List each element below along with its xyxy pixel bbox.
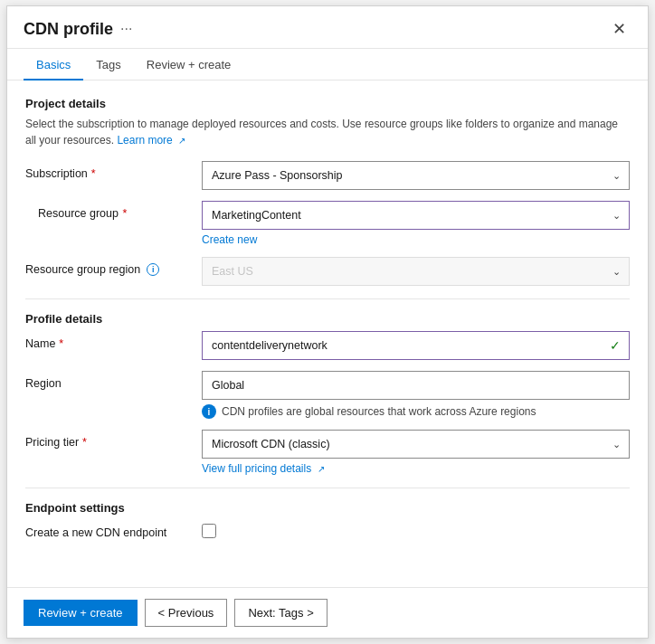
name-required: * [59,337,63,350]
project-details-desc: Select the subscription to manage deploy… [25,116,630,148]
view-pricing-link[interactable]: View full pricing details ↗ [202,462,630,475]
name-label: Name * [25,331,202,350]
tab-bar: Basics Tags Review + create [7,49,648,80]
pricing-tier-select[interactable]: Microsoft CDN (classic) [202,430,630,459]
create-endpoint-row: Create a new CDN endpoint [25,520,630,539]
tab-tags[interactable]: Tags [83,49,133,80]
tab-basics[interactable]: Basics [24,49,83,80]
resource-group-row: Resource group * MarketingContent ⌄ Crea… [25,201,630,246]
learn-more-ext-icon: ↗ [178,134,185,147]
pricing-tier-label: Pricing tier * [25,430,202,449]
section-divider-2 [25,488,630,488]
resource-group-region-select[interactable]: East US [202,257,630,286]
name-row: Name * ✓ [25,331,630,360]
subscription-row: Subscription * Azure Pass - Sponsorship … [25,161,630,190]
cdn-info-icon: i [202,404,216,419]
resource-group-region-control: East US ⌄ [202,257,630,286]
resource-group-region-row: Resource group region i East US ⌄ [25,257,630,286]
dialog-header: CDN profile ··· ✕ [7,6,648,49]
pricing-tier-required: * [82,436,87,449]
name-input[interactable] [202,331,630,360]
resource-group-select[interactable]: MarketingContent [202,201,630,230]
close-button[interactable]: ✕ [607,19,631,39]
dialog-ellipsis[interactable]: ··· [120,21,132,37]
project-details-title: Project details [25,97,630,110]
pricing-tier-row: Pricing tier * Microsoft CDN (classic) ⌄… [25,430,630,475]
subscription-required: * [91,167,96,180]
subscription-control: Azure Pass - Sponsorship ⌄ [202,161,630,190]
form-content: Project details Select the subscription … [7,80,648,587]
review-create-button[interactable]: Review + create [24,600,138,626]
cdn-info-row: i CDN profiles are global resources that… [202,404,630,419]
profile-details-title: Profile details [25,312,630,326]
cdn-profile-dialog: CDN profile ··· ✕ Basics Tags Review + c… [6,5,649,639]
tab-review-create[interactable]: Review + create [134,49,244,80]
resource-group-label: Resource group * [25,201,202,220]
resource-group-select-wrap: MarketingContent ⌄ [202,201,630,230]
region-input[interactable] [202,371,630,400]
resource-group-required: * [122,207,127,220]
name-control: ✓ [202,331,630,360]
next-button[interactable]: Next: Tags > [234,599,327,627]
region-select-wrap: East US ⌄ [202,257,630,286]
region-input-control: i CDN profiles are global resources that… [202,371,630,419]
section-divider-1 [25,298,630,299]
endpoint-settings-title: Endpoint settings [25,501,630,515]
previous-button[interactable]: < Previous [145,599,228,627]
resource-group-region-label: Resource group region i [25,257,202,276]
create-new-link[interactable]: Create new [202,233,630,246]
pricing-tier-control: Microsoft CDN (classic) ⌄ View full pric… [202,430,630,475]
region-info-icon[interactable]: i [147,263,159,276]
region-label: Region [25,371,202,390]
create-endpoint-checkbox[interactable] [202,524,216,538]
dialog-title: CDN profile [24,20,113,39]
create-endpoint-control [202,520,630,538]
subscription-label: Subscription * [25,161,202,180]
region-row: Region i CDN profiles are global resourc… [25,371,630,419]
learn-more-link[interactable]: Learn more ↗ [117,134,185,147]
name-input-wrap: ✓ [202,331,630,360]
resource-group-control: MarketingContent ⌄ Create new [202,201,630,246]
title-row: CDN profile ··· [24,20,132,39]
dialog-footer: Review + create < Previous Next: Tags > [7,587,648,638]
pricing-ext-icon: ↗ [318,464,325,474]
create-endpoint-checkbox-wrap [202,524,630,538]
pricing-tier-select-wrap: Microsoft CDN (classic) ⌄ [202,430,630,459]
subscription-select[interactable]: Azure Pass - Sponsorship [202,161,630,190]
create-endpoint-label: Create a new CDN endpoint [25,520,202,539]
subscription-select-wrap: Azure Pass - Sponsorship ⌄ [202,161,630,190]
